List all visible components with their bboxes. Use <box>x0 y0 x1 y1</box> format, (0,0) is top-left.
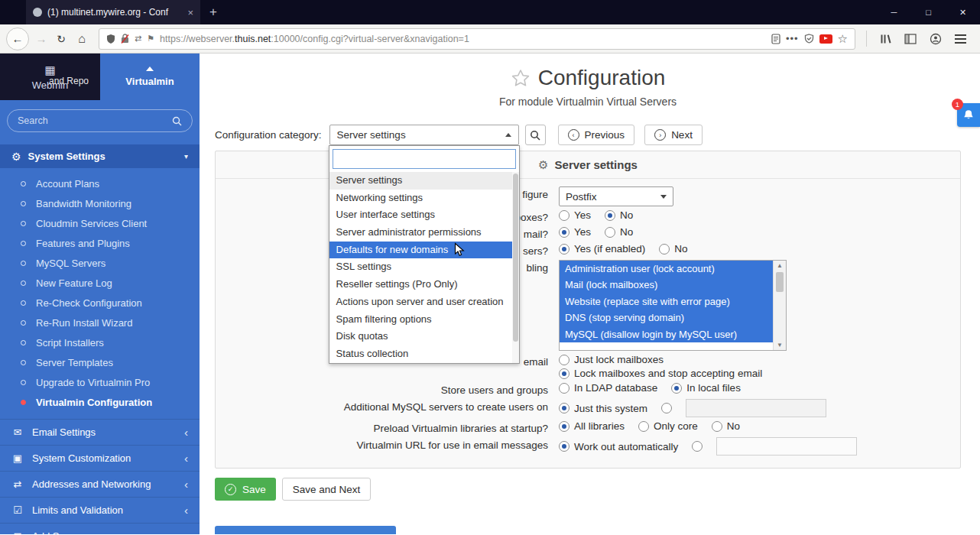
back-button[interactable]: ← <box>6 28 29 50</box>
radio-icon[interactable] <box>638 421 649 432</box>
radio-icon[interactable] <box>559 355 570 365</box>
radio-icon[interactable] <box>712 421 722 432</box>
radio-option[interactable]: No <box>659 243 687 255</box>
save-and-next-button[interactable]: Save and Next <box>282 478 372 501</box>
scrollbar-thumb[interactable] <box>776 272 784 292</box>
sidebar-section-limits-validation[interactable]: ☑ Limits and Validation ‹ <box>0 497 200 523</box>
dropdown-option-disk-quotas[interactable]: Disk quotas <box>329 328 519 345</box>
previous-button[interactable]: ‹ Previous <box>558 125 635 145</box>
pocket-icon[interactable] <box>804 34 814 44</box>
radio-option[interactable]: Work out automatically <box>559 441 678 452</box>
browser-tab[interactable]: (1) multinet.mywire.org - Conf × <box>26 0 200 24</box>
connection-lock-icon[interactable] <box>121 34 129 44</box>
sidebar-section-system-settings[interactable]: ⚙ System Settings ▾ <box>0 144 200 168</box>
window-close-button[interactable]: ✕ <box>946 0 980 24</box>
forward-button[interactable]: → <box>31 32 51 45</box>
dropdown-option-defaults-new-domains[interactable]: Defaults for new domains <box>329 242 519 259</box>
radio-icon-selected[interactable] <box>559 403 570 413</box>
sidebar-section-system-customization[interactable]: ▣ System Customization ‹ <box>0 445 200 471</box>
return-to-virtual-servers-button[interactable]: ← Return to virtual servers list <box>215 526 396 534</box>
window-maximize-button[interactable]: □ <box>911 0 946 24</box>
radio-icon-selected[interactable] <box>559 421 570 432</box>
radio-icon-selected[interactable] <box>671 383 682 394</box>
sidebar-item-recheck-configuration[interactable]: Re-Check Configuration <box>0 293 200 313</box>
virtualmin-url-input[interactable] <box>716 437 857 456</box>
next-button[interactable]: › Next <box>644 125 703 145</box>
sidebar-section-email-settings[interactable]: ✉ Email Settings ‹ <box>0 419 200 445</box>
radio-option[interactable]: Just lock mailboxes <box>559 354 664 365</box>
radio-other-option[interactable] <box>661 403 672 413</box>
tab-close-icon[interactable]: × <box>187 7 193 18</box>
radio-icon-selected[interactable] <box>559 227 570 238</box>
bookmark-star-icon[interactable]: ☆ <box>838 32 848 46</box>
radio-option[interactable]: Yes (if enabled) <box>559 243 645 255</box>
sidebar-toggle-icon[interactable] <box>904 34 917 44</box>
sidebar-item-server-templates[interactable]: Server Templates <box>0 352 200 372</box>
reader-view-icon[interactable] <box>771 34 780 44</box>
radio-icon-selected[interactable] <box>559 368 570 379</box>
sidebar-item-virtualmin-configuration[interactable]: Virtualmin Configuration <box>0 392 200 412</box>
multiselect-option-selected[interactable]: MySQL (disallow login by MySQL user) <box>560 326 773 342</box>
dropdown-option-networking-settings[interactable]: Networking settings <box>329 190 519 207</box>
mail-server-select[interactable]: Postfix <box>559 186 673 206</box>
sidebar-section-addresses-networking[interactable]: ⇄ Addresses and Networking ‹ <box>0 471 200 497</box>
reload-button[interactable]: ↻ <box>51 33 71 45</box>
sidebar-item-rerun-install-wizard[interactable]: Re-Run Install Wizard <box>0 313 200 332</box>
mysql-servers-input[interactable] <box>686 399 826 417</box>
save-button[interactable]: ✓ Save <box>215 478 276 501</box>
dropdown-option-server-admin-permissions[interactable]: Server administrator permissions <box>329 224 519 242</box>
dropdown-option-user-interface-settings[interactable]: User interface settings <box>329 206 519 224</box>
multiselect-scrollbar[interactable]: ▲ ▼ <box>773 261 786 350</box>
tracking-protection-icon[interactable] <box>106 34 115 44</box>
radio-icon[interactable] <box>559 383 570 394</box>
sidebar-item-account-plans[interactable]: Account Plans <box>0 173 200 193</box>
dropdown-option-reseller-settings[interactable]: Reseller settings (Pro Only) <box>329 276 519 293</box>
category-select[interactable]: Server settings <box>329 125 519 145</box>
radio-option[interactable]: Lock mailboxes and stop accepting email <box>559 368 762 379</box>
scroll-up-arrow-icon[interactable]: ▲ <box>777 262 783 269</box>
radio-option[interactable]: Only core <box>638 420 698 432</box>
sidebar-item-upgrade-pro[interactable]: Upgrade to Virtualmin Pro <box>0 372 200 392</box>
address-bar[interactable]: ⇄ ⚑ https://webserver.thuis.net:10000/co… <box>99 28 855 50</box>
sidebar-item-cloudmin-services[interactable]: Cloudmin Services Client <box>0 213 200 233</box>
dropdown-scrollbar[interactable] <box>512 172 519 363</box>
radio-other-option[interactable] <box>692 441 703 452</box>
flag-permission-icon[interactable]: ⚑ <box>147 34 154 44</box>
radio-option[interactable]: In LDAP database <box>559 382 657 394</box>
dropdown-option-spam-filtering[interactable]: Spam filtering options <box>329 311 519 329</box>
radio-option[interactable]: No <box>605 226 633 238</box>
account-icon[interactable] <box>930 33 942 45</box>
radio-option[interactable]: Just this system <box>559 403 647 414</box>
radio-icon[interactable] <box>605 227 615 238</box>
radio-icon-selected[interactable] <box>559 244 570 255</box>
tab-virtualmin[interactable]: Virtualmin <box>100 54 200 100</box>
search-config-button[interactable] <box>525 125 546 145</box>
radio-option[interactable]: In local files <box>671 382 741 394</box>
sidebar-item-script-installers[interactable]: Script Installers <box>0 332 200 352</box>
dropdown-option-actions-upon-creation[interactable]: Actions upon server and user creation <box>329 293 519 311</box>
scroll-down-arrow-icon[interactable]: ▼ <box>777 342 783 349</box>
sidebar-search[interactable] <box>7 109 193 132</box>
dropdown-option-server-settings[interactable]: Server settings <box>329 172 519 190</box>
permission-icon[interactable]: ⇄ <box>135 34 141 44</box>
dropdown-option-status-collection[interactable]: Status collection <box>329 345 519 363</box>
window-minimize-button[interactable]: ─ <box>877 0 911 24</box>
disable-features-multiselect[interactable]: Administration user (lock account) Mail … <box>559 260 787 351</box>
new-tab-button[interactable]: + <box>200 0 226 24</box>
sidebar-search-input[interactable] <box>18 115 166 126</box>
youtube-icon[interactable] <box>819 34 832 44</box>
multiselect-option-selected[interactable]: Website (replace site with error page) <box>560 293 773 310</box>
multiselect-option-selected[interactable]: DNS (stop serving domain) <box>560 310 773 326</box>
sidebar-item-features-plugins[interactable]: Features and Plugins <box>0 233 200 253</box>
multiselect-option-selected[interactable]: Mail (lock mailboxes) <box>560 277 773 293</box>
radio-option[interactable]: No <box>712 420 740 432</box>
radio-option[interactable]: All libraries <box>559 420 625 432</box>
radio-option[interactable]: Yes <box>559 226 591 238</box>
radio-icon-selected[interactable] <box>605 210 615 221</box>
dropdown-search-input[interactable] <box>333 149 516 169</box>
page-actions-icon[interactable]: ••• <box>786 33 799 44</box>
radio-icon-selected[interactable] <box>559 441 570 452</box>
library-icon[interactable] <box>879 33 891 45</box>
multiselect-option-selected[interactable]: Administration user (lock account) <box>560 261 773 277</box>
radio-option[interactable]: No <box>605 209 633 221</box>
